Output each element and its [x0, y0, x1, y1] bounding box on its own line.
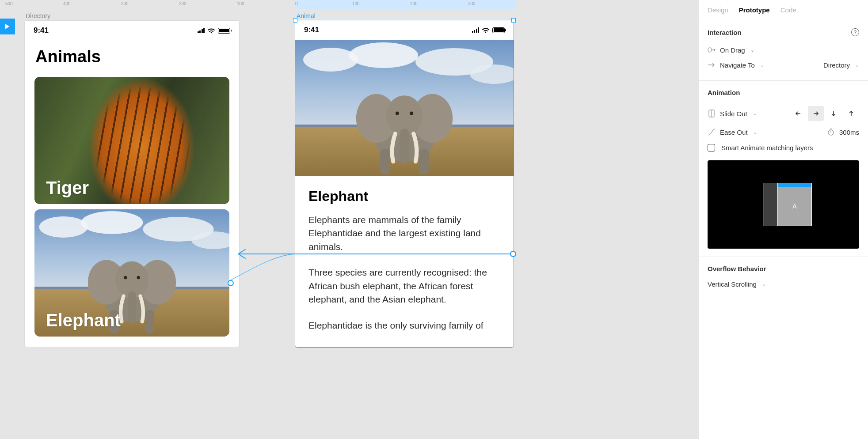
chevron-down-icon: ⌄ — [750, 47, 754, 53]
easing-icon — [708, 128, 716, 136]
easing-label: Ease Out — [720, 129, 748, 136]
wifi-icon — [207, 28, 215, 34]
direction-right-button[interactable] — [808, 106, 824, 121]
direction-up-button[interactable] — [843, 106, 859, 121]
chevron-down-icon: ⌄ — [760, 62, 764, 68]
detail-hero — [295, 40, 514, 176]
section-overflow: Overflow Behavior Vertical Scrolling ⌄ — [699, 257, 868, 299]
svg-point-32 — [708, 48, 712, 52]
detail-body: Elephants are mammals of the family Elep… — [295, 207, 514, 351]
svg-point-1 — [39, 216, 88, 238]
svg-point-31 — [410, 111, 413, 115]
frame-directory[interactable]: 9:41 Animals Tiger — [25, 21, 239, 347]
selection-handle-ne[interactable] — [511, 18, 516, 23]
card-title: Tiger — [46, 178, 89, 198]
direction-down-button[interactable] — [826, 106, 841, 121]
animation-type-label: Slide Out — [720, 110, 747, 117]
frame-label-animal[interactable]: Animal — [297, 12, 316, 19]
overflow-value: Vertical Scrolling — [708, 280, 757, 288]
connection-handle-target[interactable] — [228, 280, 234, 286]
ruler-tick: 100 — [352, 1, 360, 6]
smart-animate-label: Smart Animate matching layers — [721, 144, 813, 151]
frame-label-directory[interactable]: Directory — [26, 12, 50, 19]
ruler-tick: 200 — [179, 1, 187, 6]
cellular-icon — [472, 27, 480, 33]
overflow-value-row[interactable]: Vertical Scrolling ⌄ — [708, 277, 859, 291]
status-bar: 9:41 — [25, 21, 239, 40]
tab-design[interactable]: Design — [708, 6, 728, 14]
smart-animate-checkbox[interactable] — [708, 144, 715, 151]
svg-point-18 — [349, 42, 418, 68]
svg-rect-28 — [380, 149, 390, 174]
tab-code[interactable]: Code — [780, 6, 796, 14]
svg-point-30 — [396, 111, 399, 115]
section-title: Overflow Behavior — [708, 265, 766, 272]
direction-left-button[interactable] — [790, 106, 806, 121]
svg-point-15 — [137, 276, 140, 279]
duration-value[interactable]: 300ms — [839, 129, 859, 136]
svg-rect-11 — [128, 291, 136, 324]
timer-icon — [827, 128, 835, 136]
animation-preview[interactable]: A — [708, 160, 859, 249]
arrow-right-icon — [708, 61, 716, 69]
section-title: Interaction — [708, 29, 742, 36]
trigger-label: On Drag — [720, 46, 745, 54]
animation-type-row[interactable]: Slide Out ⌄ — [708, 102, 859, 125]
ruler-tick: 300 — [121, 1, 129, 6]
chevron-down-icon: ⌄ — [762, 281, 766, 287]
detail-paragraph: Elephants are mammals of the family Elep… — [308, 213, 500, 254]
interaction-trigger-row[interactable]: On Drag ⌄ — [708, 42, 859, 57]
preview-letter: A — [778, 187, 811, 226]
selection-handle-nw[interactable] — [293, 18, 297, 23]
page-title: Animals — [25, 40, 239, 72]
chevron-down-icon: ⌄ — [753, 129, 757, 135]
interaction-action-row[interactable]: Navigate To ⌄ Directory ⌄ — [708, 57, 859, 72]
svg-point-2 — [81, 211, 143, 234]
animation-easing-row[interactable]: Ease Out ⌄ 300ms — [708, 125, 859, 140]
wifi-icon — [482, 27, 490, 33]
ruler-tick: 500 — [5, 1, 13, 6]
frame-animal[interactable]: 9:41 — [295, 20, 514, 347]
status-time: 9:41 — [34, 26, 49, 35]
tab-prototype[interactable]: Prototype — [739, 6, 770, 14]
svg-rect-13 — [145, 310, 154, 333]
card-tiger[interactable]: Tiger — [34, 77, 229, 204]
svg-rect-29 — [419, 149, 429, 174]
ruler-tick: 300 — [468, 1, 476, 6]
ruler-tick: 400 — [63, 1, 71, 6]
section-interaction: Interaction ? On Drag ⌄ Navigate To ⌄ Di… — [699, 20, 868, 81]
ruler-tick: 200 — [410, 1, 418, 6]
chevron-down-icon: ⌄ — [855, 62, 859, 68]
help-icon[interactable]: ? — [851, 28, 859, 36]
action-target[interactable]: Directory — [823, 61, 850, 69]
battery-icon — [218, 28, 230, 34]
horizontal-ruler: 500 400 300 200 100 0 100 200 300 — [0, 0, 698, 9]
drag-icon — [708, 46, 716, 54]
section-animation: Animation Slide Out ⌄ Ease Out ⌄ — [699, 81, 868, 257]
ruler-tick: 100 — [237, 1, 244, 6]
status-time: 9:41 — [304, 26, 319, 34]
inspector-panel: Design Prototype Code Interaction ? On D… — [698, 0, 868, 439]
section-title: Animation — [708, 89, 740, 96]
svg-rect-34 — [712, 110, 712, 117]
svg-point-17 — [303, 48, 358, 72]
detail-title: Elephant — [295, 176, 514, 207]
svg-rect-27 — [400, 129, 409, 164]
card-title: Elephant — [46, 310, 121, 330]
preview-front-frame: A — [777, 183, 812, 226]
panel-tabs: Design Prototype Code — [699, 0, 868, 20]
canvas[interactable]: Directory 9:41 Animals Tiger — [0, 9, 698, 439]
card-elephant[interactable]: Elephant — [34, 209, 229, 337]
svg-point-14 — [124, 276, 127, 279]
cellular-icon — [198, 28, 205, 33]
smart-animate-row[interactable]: Smart Animate matching layers — [708, 140, 859, 153]
detail-paragraph: Three species are currently recognised: … — [308, 266, 500, 306]
ruler-tick: 0 — [295, 1, 298, 6]
connection-handle-source[interactable] — [510, 251, 516, 257]
battery-icon — [492, 27, 505, 33]
slide-icon — [708, 110, 716, 117]
status-bar: 9:41 — [295, 20, 514, 40]
chevron-down-icon: ⌄ — [753, 111, 757, 117]
detail-paragraph: Elephantidae is the only surviving famil… — [308, 319, 500, 332]
elephant-hero-image — [295, 40, 514, 176]
